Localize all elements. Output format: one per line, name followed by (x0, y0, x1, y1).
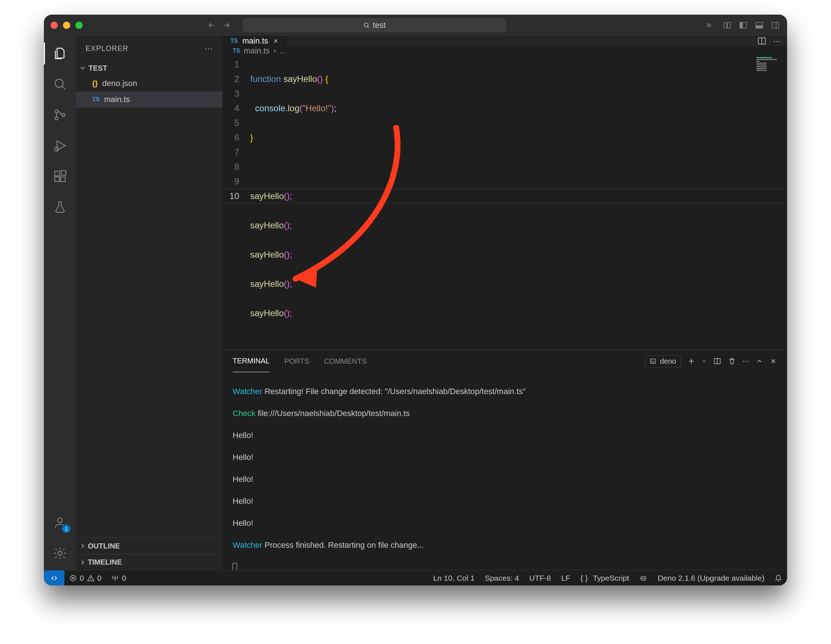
minimize-window-button[interactable] (63, 22, 70, 29)
folder-header[interactable]: TEST (76, 61, 222, 75)
svg-point-29 (642, 578, 643, 579)
code-content: function sayHello() { console.log("Hello… (250, 57, 336, 350)
ts-icon: TS (232, 48, 240, 54)
outline-label: OUTLINE (88, 542, 120, 550)
panel-tab-label: COMMENTS (324, 357, 367, 365)
status-notifications[interactable] (770, 574, 787, 582)
remote-icon (50, 574, 58, 582)
panel-tab-label: TERMINAL (232, 357, 269, 365)
panel-tab-ports[interactable]: PORTS (284, 350, 309, 372)
customize-layout-button[interactable] (722, 20, 732, 30)
chevron-up-icon (756, 357, 763, 365)
terminal-profile-name: deno (660, 357, 676, 365)
code-editor[interactable]: 1 2 3 4 5 6 7 8 9 10 function sayHello()… (222, 56, 787, 350)
split-editor-button[interactable] (757, 36, 767, 46)
close-icon (770, 357, 777, 365)
terminal-output[interactable]: Watcher Restarting! File change detected… (222, 372, 787, 573)
activity-search[interactable] (44, 70, 76, 98)
toggle-panel-button[interactable] (754, 20, 764, 30)
activity-accounts[interactable]: 1 (44, 509, 76, 536)
search-icon (363, 22, 370, 29)
status-deno[interactable]: Deno 2.1.6 (Upgrade available) (653, 574, 770, 582)
activity-run-debug[interactable] (44, 132, 76, 159)
command-center[interactable]: test (243, 18, 506, 32)
panel-more-button[interactable]: ··· (742, 356, 749, 366)
explorer-sidebar: EXPLORER ··· TEST {} deno.json TS main.t… (76, 36, 222, 570)
remote-button[interactable] (44, 571, 64, 585)
terminal-icon (650, 358, 656, 365)
svg-rect-17 (55, 177, 60, 182)
file-item-deno-json[interactable]: {} deno.json (76, 75, 222, 91)
status-eol[interactable]: LF (556, 574, 576, 582)
sidebar-more-button[interactable]: ··· (204, 43, 213, 53)
svg-point-30 (644, 578, 645, 579)
debug-icon (53, 139, 67, 153)
kill-terminal-button[interactable] (728, 357, 736, 365)
activity-testing[interactable] (44, 193, 76, 221)
search-icon (53, 77, 67, 91)
svg-point-20 (58, 518, 62, 523)
timeline-section[interactable]: TIMELINE (76, 554, 222, 570)
sidebar-title: EXPLORER (86, 44, 128, 53)
breadcrumb[interactable]: TS main.ts › ... (222, 46, 787, 56)
nav-back-button[interactable] (205, 19, 218, 32)
command-center-text: test (373, 21, 385, 30)
maximize-panel-button[interactable] (756, 357, 763, 365)
status-copilot[interactable] (634, 574, 653, 582)
svg-point-13 (55, 117, 58, 120)
close-panel-button[interactable] (770, 357, 777, 365)
nav-forward-button[interactable] (220, 19, 233, 32)
status-problems[interactable]: 0 0 (64, 574, 107, 582)
error-count: 0 (80, 574, 84, 582)
editor-actions: ··· (757, 36, 787, 46)
ts-icon: TS (231, 38, 238, 44)
status-cursor-position[interactable]: Ln 10, Col 1 (428, 574, 479, 582)
activity-bar: 1 (44, 36, 76, 570)
chevron-down-icon[interactable] (702, 359, 707, 364)
svg-point-3 (709, 25, 710, 26)
sidebar-title-row: EXPLORER ··· (76, 36, 222, 61)
language-text: TypeScript (593, 574, 629, 582)
close-window-button[interactable] (51, 22, 58, 29)
svg-point-15 (54, 147, 59, 151)
svg-rect-19 (61, 171, 66, 175)
file-name: deno.json (102, 79, 137, 88)
editor-more-button[interactable]: ··· (773, 36, 780, 46)
ports-count: 0 (122, 574, 126, 582)
terminal-profile-selector[interactable]: deno (645, 355, 681, 367)
status-encoding[interactable]: UTF-8 (524, 574, 556, 582)
status-indentation[interactable]: Spaces: 4 (480, 574, 524, 582)
ts-icon: TS (92, 96, 99, 103)
svg-point-27 (115, 577, 116, 578)
chevron-right-icon (79, 542, 86, 550)
minimap[interactable] (756, 57, 786, 70)
status-ports[interactable]: 0 (107, 574, 131, 582)
toggle-primary-sidebar-button[interactable] (738, 20, 748, 30)
activity-explorer[interactable] (44, 40, 76, 67)
radio-tower-icon (111, 574, 119, 582)
panel-actions: deno ··· (645, 355, 777, 367)
toggle-secondary-sidebar-button[interactable] (770, 20, 780, 30)
maximize-window-button[interactable] (75, 22, 83, 29)
svg-point-0 (364, 23, 368, 27)
svg-rect-4 (724, 22, 727, 28)
file-item-main-ts[interactable]: TS main.ts (76, 91, 222, 108)
outline-section[interactable]: OUTLINE (76, 538, 222, 554)
split-terminal-button[interactable] (713, 357, 721, 365)
svg-point-12 (55, 110, 58, 113)
svg-point-14 (62, 113, 65, 116)
panel-tab-comments[interactable]: COMMENTS (324, 350, 367, 372)
tab-main-ts[interactable]: TS main.ts (222, 36, 288, 46)
activity-source-control[interactable] (44, 101, 76, 129)
nav-arrows (205, 19, 233, 32)
tab-close-button[interactable] (272, 38, 279, 44)
status-bar: 0 0 0 Ln 10, Col 1 Spaces: 4 UTF-8 LF { … (44, 570, 787, 585)
line-number-gutter: 1 2 3 4 5 6 7 8 9 10 (222, 57, 250, 350)
activity-settings[interactable] (44, 539, 76, 567)
encoding-text: UTF-8 (529, 574, 551, 582)
new-terminal-button[interactable] (688, 357, 695, 365)
status-language[interactable]: { }TypeScript (575, 574, 634, 582)
copilot-menu[interactable] (706, 20, 716, 30)
activity-extensions[interactable] (44, 163, 76, 190)
panel-tab-terminal[interactable]: TERMINAL (232, 350, 269, 372)
